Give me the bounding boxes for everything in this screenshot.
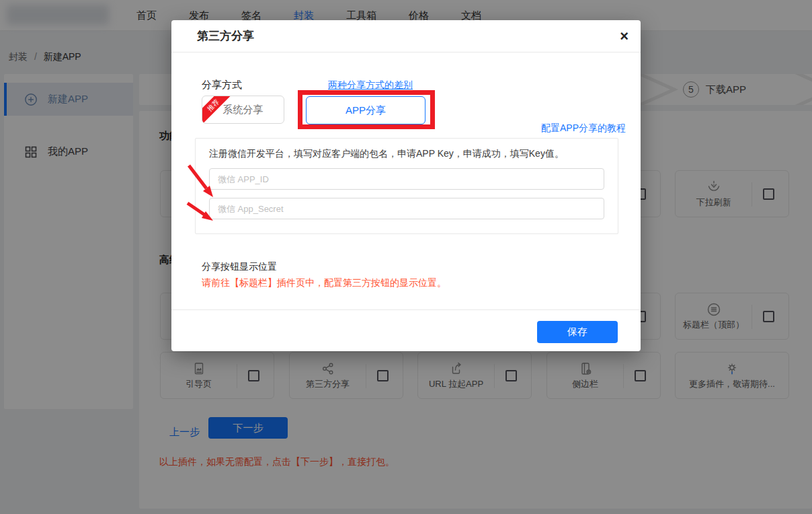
footer-divider <box>171 309 641 310</box>
save-button[interactable]: 保存 <box>537 321 618 343</box>
tab-app-share[interactable]: APP分享 <box>306 96 425 124</box>
share-button-position-label: 分享按钮显示位置 <box>202 261 277 273</box>
close-icon[interactable]: × <box>620 27 628 46</box>
app-share-tutorial-link[interactable]: 配置APP分享的教程 <box>541 122 626 135</box>
tab-label: 系统分享 <box>223 104 263 116</box>
wechat-config-description: 注册微信开发平台，填写对应客户端的包名，申请APP Key，申请成功，填写Key… <box>209 148 564 160</box>
tab-label: APP分享 <box>346 104 386 117</box>
wechat-appsecret-input[interactable] <box>209 198 604 219</box>
tab-system-share[interactable]: 推荐 系统分享 <box>202 96 284 124</box>
third-party-share-dialog: 第三方分享 × 分享方式 两种分享方式的差别 推荐 系统分享 APP分享 配置A… <box>171 20 641 351</box>
share-method-label: 分享方式 <box>202 79 242 91</box>
dialog-title: 第三方分享 <box>197 20 254 52</box>
share-button-position-note: 请前往【标题栏】插件页中，配置第三方按钮的显示位置。 <box>202 277 446 289</box>
page: 首页 发布 签名 封装 工具箱 价格 文档 封装 / 新建APP 新建APP <box>0 0 812 514</box>
share-method-diff-link[interactable]: 两种分享方式的差别 <box>328 79 413 91</box>
wechat-appid-input[interactable] <box>209 168 604 190</box>
dialog-header: 第三方分享 × <box>171 20 641 52</box>
wechat-config-panel: 注册微信开发平台，填写对应客户端的包名，申请APP Key，申请成功，填写Key… <box>195 138 618 234</box>
